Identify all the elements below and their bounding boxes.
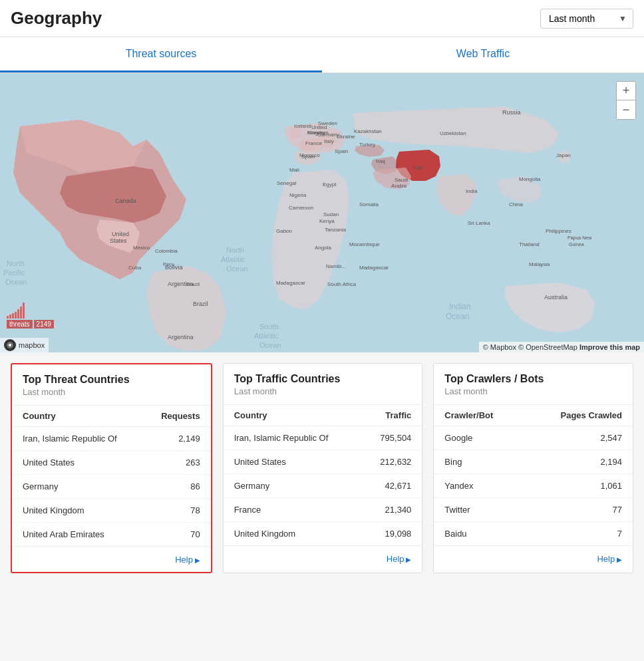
world-map: North Pacific Ocean North Atlantic Ocean… xyxy=(0,73,644,352)
traffic-help-link[interactable]: Help xyxy=(387,554,412,564)
svg-point-72 xyxy=(9,344,11,346)
mapbox-text: mapbox xyxy=(19,341,45,349)
svg-text:Madagascar: Madagascar xyxy=(359,265,389,271)
svg-text:Ukraine: Ukraine xyxy=(337,134,355,140)
svg-text:Arabia: Arabia xyxy=(391,183,407,189)
period-dropdown[interactable]: Last month Last week Last 3 months Last … xyxy=(540,9,633,29)
svg-text:Guinea: Guinea xyxy=(569,242,584,247)
crawlers-col-crawler: Crawler/Bot xyxy=(434,405,525,426)
crawlers-table: Crawler/Bot Pages Crawled Google2,547Bin… xyxy=(434,404,633,545)
map-attribution-left: mapbox xyxy=(0,338,49,352)
svg-text:Iceland: Iceland xyxy=(294,123,311,129)
country-cell: France xyxy=(224,498,360,522)
traffic-cell: 795,504 xyxy=(360,426,422,450)
country-cell: United Kingdom xyxy=(12,499,142,523)
svg-text:Papua New: Papua New xyxy=(567,235,592,241)
traffic-cell: 19,098 xyxy=(360,522,422,546)
svg-text:Ocean: Ocean xyxy=(446,312,469,321)
svg-text:States: States xyxy=(110,237,127,244)
crawler-cell: Google xyxy=(434,426,525,450)
svg-text:Philippines: Philippines xyxy=(546,228,571,234)
requests-cell: 78 xyxy=(142,499,210,523)
table-row: United Kingdom78 xyxy=(12,499,211,523)
svg-text:France: France xyxy=(305,140,322,146)
svg-text:China: China xyxy=(509,201,523,207)
svg-text:Australia: Australia xyxy=(544,294,567,301)
svg-text:Egypt: Egypt xyxy=(323,182,337,188)
svg-text:Tanzania: Tanzania xyxy=(325,227,347,233)
attribution-text: © Mapbox © OpenStreetMap xyxy=(483,343,577,351)
svg-text:Canada: Canada xyxy=(115,198,136,204)
crawlers-panel: Top Crawlers / Bots Last month Crawler/B… xyxy=(433,363,633,573)
page-title: Geography xyxy=(11,8,102,29)
threat-countries-table: Country Requests Iran, Islamic Republic … xyxy=(12,405,211,546)
panels-row: Top Threat Countries Last month Country … xyxy=(0,352,644,584)
svg-text:Saudi: Saudi xyxy=(395,177,408,183)
page-header: Geography Last month Last week Last 3 mo… xyxy=(0,0,644,37)
pages-cell: 1,061 xyxy=(525,474,633,498)
svg-text:Thailand: Thailand xyxy=(519,241,540,247)
pages-cell: 7 xyxy=(525,522,633,546)
traffic-panel-title: Top Traffic Countries xyxy=(234,373,412,385)
threat-panel-footer: Help xyxy=(12,546,211,572)
svg-text:Spain: Spain xyxy=(335,148,348,154)
svg-text:North: North xyxy=(7,259,25,267)
country-cell: United States xyxy=(224,450,360,474)
country-cell: Iran, Islamic Republic Of xyxy=(224,426,360,450)
threat-panel-header: Top Threat Countries Last month xyxy=(12,364,211,400)
legend-count: 2149 xyxy=(34,320,54,329)
zoom-out-button[interactable]: − xyxy=(617,100,635,119)
crawlers-panel-header: Top Crawlers / Bots Last month xyxy=(434,364,633,399)
country-cell: Germany xyxy=(224,474,360,498)
svg-text:Peru: Peru xyxy=(163,261,174,267)
svg-text:Japan: Japan xyxy=(556,152,571,158)
threat-panel-subtitle: Last month xyxy=(23,387,200,397)
period-selector[interactable]: Last month Last week Last 3 months Last … xyxy=(540,9,633,29)
tab-web-traffic[interactable]: Web Traffic xyxy=(322,37,644,72)
traffic-cell: 212,632 xyxy=(360,450,422,474)
svg-text:Ocean: Ocean xyxy=(226,265,247,273)
requests-cell: 263 xyxy=(142,451,210,475)
table-row: United Arab Emirates70 xyxy=(12,523,211,547)
svg-text:Senegal: Senegal xyxy=(277,180,297,186)
svg-text:Pacific: Pacific xyxy=(3,269,25,277)
crawler-cell: Baidu xyxy=(434,522,525,546)
svg-text:Ocean: Ocean xyxy=(5,278,27,286)
table-row: Iran, Islamic Republic Of2,149 xyxy=(12,427,211,451)
svg-text:Mozambique: Mozambique xyxy=(349,241,380,247)
threat-help-link[interactable]: Help xyxy=(175,555,200,565)
table-row: United Kingdom19,098 xyxy=(224,522,422,546)
country-cell: Iran, Islamic Republic Of xyxy=(12,427,142,451)
map-legend: threats 2149 xyxy=(7,303,54,329)
improve-map-link[interactable]: Improve this map xyxy=(579,343,640,351)
svg-text:Turkey: Turkey xyxy=(359,142,375,148)
svg-text:Mali: Mali xyxy=(289,167,299,173)
table-row: Bing2,194 xyxy=(434,450,633,474)
svg-text:Brazil: Brazil xyxy=(186,281,200,287)
tab-threat-sources[interactable]: Threat sources xyxy=(0,37,322,72)
svg-text:Kazakhstan: Kazakhstan xyxy=(354,128,382,134)
table-row: Google2,547 xyxy=(434,426,633,450)
pages-cell: 2,547 xyxy=(525,426,633,450)
svg-text:North: North xyxy=(226,246,244,254)
table-row: United States263 xyxy=(12,451,211,475)
country-cell: United Arab Emirates xyxy=(12,523,142,547)
crawlers-panel-footer: Help xyxy=(434,545,633,571)
map-zoom-controls: + − xyxy=(616,81,636,120)
traffic-panel-subtitle: Last month xyxy=(234,386,412,396)
traffic-panel-header: Top Traffic Countries Last month xyxy=(224,364,422,399)
traffic-cell: 42,671 xyxy=(360,474,422,498)
svg-text:South: South xyxy=(259,323,279,330)
map-container[interactable]: North Pacific Ocean North Atlantic Ocean… xyxy=(0,73,644,352)
svg-text:Italy: Italy xyxy=(324,138,334,144)
svg-text:Cuba: Cuba xyxy=(128,265,142,271)
pages-cell: 2,194 xyxy=(525,450,633,474)
pages-cell: 77 xyxy=(525,498,633,522)
crawlers-help-link[interactable]: Help xyxy=(597,554,622,564)
requests-cell: 86 xyxy=(142,475,210,499)
svg-text:United: United xyxy=(112,231,129,237)
svg-text:Angola: Angola xyxy=(315,245,331,251)
zoom-in-button[interactable]: + xyxy=(617,82,635,100)
traffic-cell: 21,340 xyxy=(360,498,422,522)
threat-panel-title: Top Threat Countries xyxy=(23,374,200,386)
